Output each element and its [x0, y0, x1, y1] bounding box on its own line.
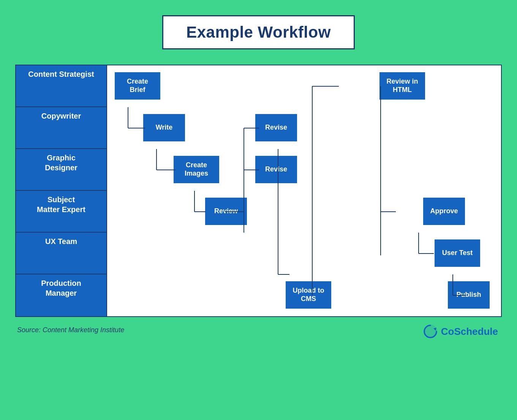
- source-text: Source: Content Marketing Institute: [15, 326, 124, 334]
- task-area-content-strategist: Create Brief Review in HTML: [107, 65, 501, 107]
- task-write: Write: [143, 114, 185, 141]
- coschedule-logo-icon: [423, 324, 438, 339]
- task-area-ux-team: User Test: [107, 233, 501, 274]
- row-ux-team: UX Team User Test: [16, 233, 501, 274]
- role-graphic-designer: GraphicDesigner: [16, 149, 107, 190]
- workflow-diagram: Content Strategist Create Brief Review i…: [15, 65, 502, 317]
- row-copywriter: Copywriter Write Revise: [16, 107, 501, 149]
- logo-text: CoSchedule: [441, 326, 498, 338]
- task-create-brief: Create Brief: [115, 72, 160, 100]
- page-title: Example Workflow: [186, 23, 331, 41]
- row-graphic-designer: GraphicDesigner Create Images Revise: [16, 149, 501, 191]
- task-user-test: User Test: [435, 239, 480, 267]
- logo-area: CoSchedule: [423, 324, 502, 339]
- row-production-manager: ProductionManager Upload to CMS Publish: [16, 274, 501, 316]
- role-content-strategist: Content Strategist: [16, 65, 107, 106]
- task-upload-cms: Upload to CMS: [286, 281, 331, 309]
- role-copywriter: Copywriter: [16, 107, 107, 148]
- task-review-html: Review in HTML: [379, 72, 425, 100]
- task-area-graphic-designer: Create Images Revise: [107, 149, 501, 191]
- row-content-strategist: Content Strategist Create Brief Review i…: [16, 65, 501, 107]
- svg-point-21: [424, 325, 437, 338]
- task-revise-copy: Revise: [255, 114, 297, 141]
- row-sme: SubjectMatter Expert Review Approve: [16, 191, 501, 233]
- task-revise-images: Revise: [255, 156, 297, 183]
- title-box: Example Workflow: [162, 15, 355, 49]
- role-sme: SubjectMatter Expert: [16, 191, 107, 232]
- task-publish: Publish: [448, 281, 490, 309]
- task-create-images: Create Images: [174, 156, 219, 183]
- footer: Source: Content Marketing Institute CoSc…: [15, 320, 502, 339]
- task-area-sme: Review Approve: [107, 191, 501, 233]
- role-ux-team: UX Team: [16, 233, 107, 274]
- task-approve: Approve: [423, 198, 465, 225]
- task-review-sme: Review: [205, 198, 247, 225]
- task-area-copywriter: Write Revise: [107, 107, 501, 149]
- role-production-manager: ProductionManager: [16, 274, 107, 316]
- task-area-production-manager: Upload to CMS Publish: [107, 274, 501, 316]
